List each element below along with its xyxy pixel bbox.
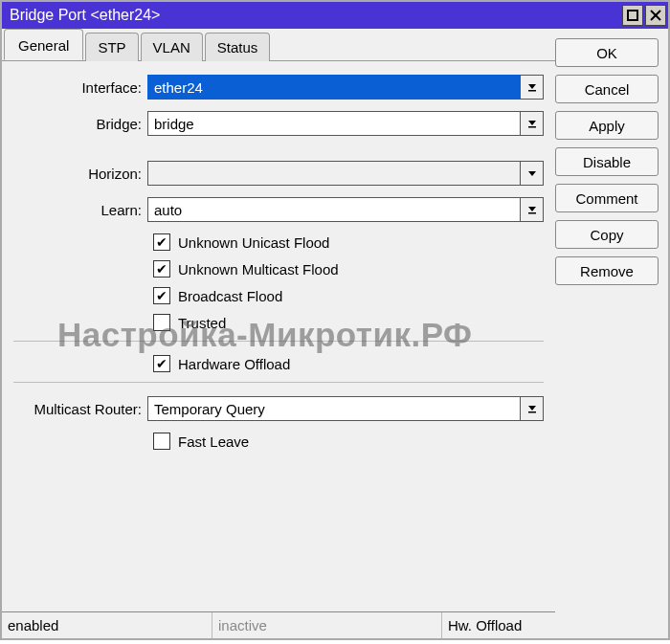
tab-stp[interactable]: STP [85, 33, 138, 61]
separator [13, 382, 544, 383]
bridge-dropdown-icon[interactable] [521, 111, 544, 136]
unknown-unicast-flood-label: Unknown Unicast Flood [178, 234, 329, 251]
cancel-label: Cancel [585, 81, 630, 98]
svg-marker-7 [528, 171, 536, 176]
bridge-value: bridge [154, 116, 194, 132]
window-controls [622, 5, 668, 26]
multicast-router-label: Multicast Router: [13, 401, 147, 417]
tab-vlan[interactable]: VLAN [141, 33, 203, 61]
tab-stp-label: STP [98, 39, 125, 56]
comment-label: Comment [575, 190, 637, 207]
disable-button[interactable]: Disable [555, 147, 659, 176]
disable-label: Disable [583, 154, 631, 170]
multicast-router-combo[interactable]: Temporary Query [147, 396, 521, 421]
status-inactive: inactive [212, 612, 442, 638]
svg-marker-3 [528, 84, 536, 89]
sidebar: OK Cancel Apply Disable Comment Copy Rem… [555, 29, 668, 638]
main-panel: General STP VLAN Status Interface: ether… [2, 29, 555, 638]
copy-label: Copy [590, 227, 623, 243]
interface-dropdown-icon[interactable] [521, 75, 544, 100]
status-bar: enabled inactive Hw. Offload [2, 611, 555, 638]
bridge-combo[interactable]: bridge [147, 111, 521, 136]
unknown-unicast-flood-checkbox[interactable] [153, 233, 170, 251]
apply-label: Apply [589, 118, 625, 134]
tab-general[interactable]: General [4, 29, 83, 60]
hardware-offload-label: Hardware Offload [178, 356, 290, 372]
status-enabled: enabled [2, 612, 212, 638]
tab-status[interactable]: Status [205, 33, 271, 61]
restore-button[interactable] [622, 5, 643, 26]
svg-marker-8 [528, 207, 536, 211]
apply-button[interactable]: Apply [555, 111, 659, 140]
svg-rect-11 [528, 411, 536, 413]
broadcast-flood-checkbox[interactable] [153, 287, 170, 304]
interface-label: Interface: [13, 79, 147, 96]
horizon-label: Horizon: [13, 166, 147, 182]
svg-rect-9 [528, 212, 536, 214]
hardware-offload-checkbox[interactable] [153, 355, 170, 372]
interface-value: ether24 [154, 79, 203, 96]
status-hw-offload: Hw. Offload [442, 612, 555, 638]
ok-button[interactable]: OK [555, 38, 659, 67]
learn-dropdown-icon[interactable] [521, 197, 544, 222]
tab-status-label: Status [217, 39, 258, 56]
svg-rect-0 [628, 11, 637, 20]
bridge-port-window: Bridge Port <ether24> General STP VLAN S… [0, 0, 670, 640]
trusted-label: Trusted [178, 315, 226, 331]
multicast-router-value: Temporary Query [154, 401, 265, 417]
window-body: General STP VLAN Status Interface: ether… [2, 29, 668, 638]
copy-button[interactable]: Copy [555, 220, 659, 249]
fast-leave-checkbox[interactable] [153, 433, 170, 450]
close-button[interactable] [645, 5, 666, 26]
tab-bar: General STP VLAN Status [2, 29, 555, 61]
comment-button[interactable]: Comment [555, 184, 659, 212]
svg-rect-4 [528, 90, 536, 92]
ok-label: OK [596, 45, 617, 61]
learn-label: Learn: [13, 202, 147, 218]
horizon-combo[interactable] [147, 161, 521, 186]
svg-marker-5 [528, 121, 536, 125]
unknown-multicast-flood-label: Unknown Multicast Flood [178, 261, 339, 278]
titlebar: Bridge Port <ether24> [2, 2, 668, 29]
remove-label: Remove [580, 263, 634, 279]
learn-combo[interactable]: auto [147, 197, 521, 222]
horizon-dropdown-icon[interactable] [521, 161, 544, 186]
bridge-label: Bridge: [13, 116, 147, 132]
cancel-button[interactable]: Cancel [555, 75, 659, 103]
svg-rect-6 [528, 126, 536, 128]
multicast-router-dropdown-icon[interactable] [521, 396, 544, 421]
unknown-multicast-flood-checkbox[interactable] [153, 260, 170, 278]
window-title: Bridge Port <ether24> [10, 7, 160, 24]
broadcast-flood-label: Broadcast Flood [178, 288, 282, 304]
svg-marker-10 [528, 406, 536, 411]
separator [13, 341, 544, 342]
learn-value: auto [154, 202, 182, 218]
general-form: Interface: ether24 Bridge: bridge [2, 61, 555, 611]
remove-button[interactable]: Remove [555, 256, 659, 285]
trusted-checkbox[interactable] [153, 314, 170, 331]
interface-combo[interactable]: ether24 [147, 75, 521, 100]
tab-vlan-label: VLAN [153, 39, 190, 56]
tab-general-label: General [18, 37, 69, 54]
fast-leave-label: Fast Leave [178, 433, 249, 450]
